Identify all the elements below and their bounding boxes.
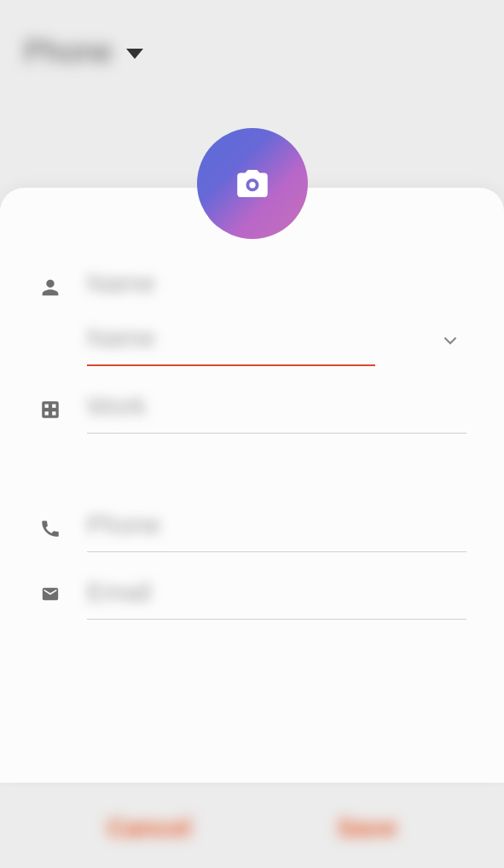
svg-rect-0 [42,401,59,418]
input-underline-active [87,364,375,366]
person-icon [38,269,63,300]
name-static-label: Name [87,269,466,298]
input-underline [87,433,466,434]
organization-placeholder: Work [87,392,466,433]
organization-icon [38,392,63,421]
expand-name-button[interactable] [439,329,461,355]
contact-form: Name Name [0,188,504,620]
avatar-photo-button[interactable] [197,128,308,239]
input-underline [87,551,466,552]
email-icon [38,578,63,603]
svg-rect-1 [45,405,49,408]
email-row: Email [38,578,466,620]
organization-row: Work [38,392,466,434]
name-input[interactable]: Name [87,323,466,366]
storage-selector[interactable]: Phone [0,0,504,70]
phone-input[interactable]: Phone [87,510,466,552]
svg-rect-3 [45,411,49,415]
email-placeholder: Email [87,578,466,619]
svg-rect-4 [52,411,55,415]
input-underline [87,619,466,620]
phone-row: Phone [38,510,466,552]
storage-label: Phone [24,34,113,70]
organization-input[interactable]: Work [87,392,466,434]
spacer [38,451,466,510]
camera-icon [235,166,270,201]
save-button[interactable]: Save [320,805,414,851]
phone-placeholder: Phone [87,510,466,551]
email-input[interactable]: Email [87,578,466,620]
cancel-button[interactable]: Cancel [90,805,208,851]
name-placeholder: Name [87,323,466,364]
contact-form-card: Name Name [0,188,504,783]
chevron-down-icon [126,49,143,59]
phone-icon [38,510,63,539]
svg-rect-2 [52,405,55,408]
name-row: Name Name [38,269,466,366]
action-bar: Cancel Save [0,787,504,868]
